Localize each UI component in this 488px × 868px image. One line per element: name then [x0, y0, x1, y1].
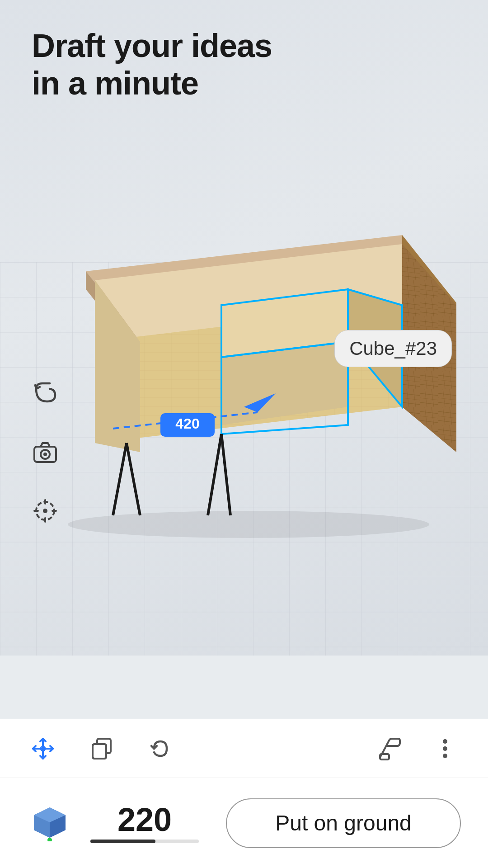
- target-button[interactable]: [27, 493, 63, 529]
- sidebar-buttons: [27, 375, 63, 529]
- svg-line-31: [208, 434, 221, 515]
- svg-point-52: [443, 746, 447, 751]
- svg-line-30: [127, 443, 140, 515]
- undo-button[interactable]: [27, 375, 63, 411]
- object-3d-icon: [27, 805, 72, 841]
- title-line1: Draft your ideas: [32, 28, 272, 64]
- duplicate-button[interactable]: [86, 733, 117, 764]
- toolbar-left-group: [27, 733, 176, 764]
- bottom-action-bar: 220 Put on ground: [0, 778, 488, 868]
- transform-button[interactable]: [27, 733, 59, 764]
- title-line2: in a minute: [32, 65, 198, 101]
- bottom-toolbar: [0, 719, 488, 778]
- title-area: Draft your ideas in a minute: [32, 27, 272, 102]
- page-title: Draft your ideas in a minute: [32, 27, 272, 102]
- object-name: Cube_#23: [349, 338, 437, 359]
- 3d-viewport: Draft your ideas in a minute: [0, 0, 488, 656]
- height-bar: [90, 840, 199, 843]
- svg-text:420: 420: [175, 415, 199, 432]
- toolbar-right-group: [375, 733, 461, 764]
- height-value: 220: [117, 803, 172, 836]
- svg-rect-50: [380, 754, 389, 760]
- svg-point-53: [443, 754, 447, 758]
- reset-button[interactable]: [145, 733, 176, 764]
- svg-point-51: [443, 739, 447, 744]
- height-indicator: 220: [90, 803, 199, 843]
- svg-point-41: [43, 509, 47, 513]
- object-label: Cube_#23: [334, 330, 452, 367]
- put-on-ground-button[interactable]: Put on ground: [226, 798, 461, 848]
- height-bar-fill: [90, 840, 155, 843]
- svg-rect-48: [93, 744, 106, 759]
- svg-point-39: [43, 453, 47, 456]
- svg-line-29: [113, 443, 127, 515]
- camera-button[interactable]: [27, 434, 63, 470]
- object-icon-container: [27, 805, 72, 841]
- more-options-button[interactable]: [429, 733, 461, 764]
- paint-button[interactable]: [375, 733, 407, 764]
- put-on-ground-label: Put on ground: [275, 811, 412, 835]
- svg-point-1: [68, 511, 429, 538]
- svg-line-32: [221, 434, 230, 515]
